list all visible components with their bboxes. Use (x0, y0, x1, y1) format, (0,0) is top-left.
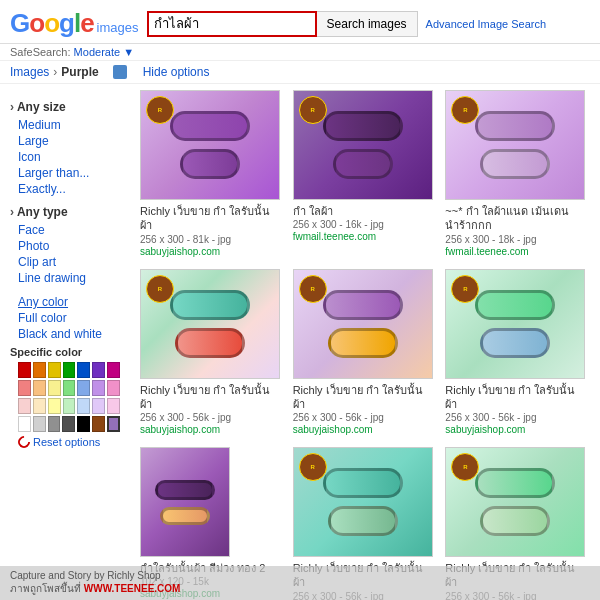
search-form: Search images (147, 11, 418, 37)
color-swatch-purple-pale[interactable] (92, 398, 105, 414)
color-swatch-white[interactable] (18, 416, 31, 432)
breadcrumb-separator: › (53, 65, 57, 79)
header: Google images Search images Advanced Ima… (0, 0, 600, 44)
breadcrumb-current: Purple (61, 65, 98, 79)
color-swatch-orange-pale[interactable] (33, 398, 46, 414)
color-swatch-black[interactable] (77, 416, 90, 432)
sidebar-full-color-link[interactable]: Full color (10, 310, 120, 326)
color-swatch-yellow-light[interactable] (48, 380, 61, 396)
size-section-title: Any size (10, 100, 120, 114)
color-swatch-brown[interactable] (92, 416, 105, 432)
color-swatch-blue-light[interactable] (77, 380, 90, 396)
band-shape (480, 149, 550, 179)
reset-options-label: Reset options (33, 436, 100, 448)
color-swatch-red[interactable] (18, 362, 31, 378)
color-swatch-blue[interactable] (77, 362, 90, 378)
sidebar-any-color-link[interactable]: Any color (10, 294, 120, 310)
result-meta: 256 x 300 - 56k - jpg (140, 411, 231, 424)
logo: Google images (10, 8, 139, 39)
advanced-image-search-link[interactable]: Advanced Image Search (426, 18, 546, 30)
breadcrumb: Images › Purple Hide options (0, 61, 600, 84)
band-shape-1 (170, 111, 250, 141)
sidebar-type-face[interactable]: Face (10, 222, 120, 238)
band-shape (323, 290, 403, 320)
color-swatch-green-light[interactable] (63, 380, 76, 396)
hide-options-link[interactable]: Hide options (143, 65, 210, 79)
color-row-1 (18, 362, 120, 378)
color-swatch-green-pale[interactable] (63, 398, 76, 414)
sidebar-size-large[interactable]: Large (10, 133, 120, 149)
color-palette (18, 362, 120, 432)
band-shape (480, 506, 550, 536)
result-thumbnail[interactable] (140, 447, 230, 557)
color-swatch-yellow[interactable] (48, 362, 61, 378)
richly-badge: R (451, 275, 479, 303)
result-thumbnail[interactable]: R (140, 269, 280, 379)
result-thumbnail[interactable]: R (445, 90, 585, 200)
color-swatch-red-pale[interactable] (18, 398, 31, 414)
safesearch-dropdown-icon[interactable]: ▼ (123, 46, 134, 58)
sidebar-bw-link[interactable]: Black and white (10, 326, 120, 342)
result-source: sabuyjaishop.com (140, 424, 220, 435)
color-swatch-gray-light[interactable] (33, 416, 46, 432)
results-grid: R Richly เว็บขาย กำ ใลรับนั้นผ้า 256 x 3… (140, 90, 590, 600)
richly-badge: R (299, 275, 327, 303)
color-swatch-gray-dark[interactable] (62, 416, 75, 432)
color-swatch-selected-purple[interactable] (107, 416, 120, 432)
color-row-3 (18, 398, 120, 414)
color-swatch-purple[interactable] (92, 362, 105, 378)
result-title: Richly เว็บขาย กำ ใลรับนั้นผ้า (445, 383, 585, 412)
breadcrumb-images-link[interactable]: Images (10, 65, 49, 79)
sidebar: Any size Medium Large Icon Larger than..… (0, 84, 130, 600)
search-input[interactable] (147, 11, 317, 37)
result-title: ~~* กำ ใลผ้าแนด เม้นเดน นำร้ากกก (445, 204, 585, 233)
band-shape-2 (180, 149, 240, 179)
color-swatch-blue-pale[interactable] (77, 398, 90, 414)
band-shape (480, 328, 550, 358)
result-title: Richly เว็บขาย กำ ใลรับนั้นผ้า (293, 383, 433, 412)
color-swatch-gray[interactable] (48, 416, 61, 432)
search-button[interactable]: Search images (317, 11, 418, 37)
band-shape (323, 111, 403, 141)
reset-options-link[interactable]: Reset options (18, 436, 120, 448)
color-swatch-pink-light[interactable] (107, 380, 120, 396)
result-source: sabuyjaishop.com (293, 424, 373, 435)
result-thumbnail[interactable]: R (293, 90, 433, 200)
result-thumbnail[interactable]: R (140, 90, 280, 200)
color-swatch-green[interactable] (63, 362, 76, 378)
color-swatch-yellow-pale[interactable] (48, 398, 61, 414)
color-swatch-purple-light[interactable] (92, 380, 105, 396)
result-item: R Richly เว็บขาย กำ ใลรับนั้นผ้า 256 x 3… (293, 269, 438, 436)
sidebar-size-larger-than[interactable]: Larger than... (10, 165, 120, 181)
sidebar-type-photo[interactable]: Photo (10, 238, 120, 254)
result-item: R Richly เว็บขาย กำ ใลรับนั้นผ้า 256 x 3… (445, 269, 590, 436)
sidebar-size-icon[interactable]: Icon (10, 149, 120, 165)
richly-badge: R (146, 96, 174, 124)
color-swatch-pink-pale[interactable] (107, 398, 120, 414)
result-thumbnail[interactable]: R (293, 447, 433, 557)
band-shape (328, 328, 398, 358)
images-logo-text: images (97, 20, 139, 35)
watermark-site: WWW.TEENEE.COM (84, 583, 181, 594)
color-swatch-pink-dark[interactable] (107, 362, 120, 378)
result-title: Richly เว็บขาย กำ ใลรับนั้นผ้า (140, 204, 280, 233)
specific-color-label: Specific color (10, 346, 120, 358)
google-logo: Google (10, 8, 94, 39)
result-thumbnail[interactable]: R (445, 447, 585, 557)
result-thumbnail[interactable]: R (293, 269, 433, 379)
color-swatch-orange-light[interactable] (33, 380, 46, 396)
sidebar-type-clipart[interactable]: Clip art (10, 254, 120, 270)
reset-icon (16, 434, 33, 451)
result-thumbnail[interactable]: R (445, 269, 585, 379)
safesearch-value-link[interactable]: Moderate (74, 46, 120, 58)
band-shape (160, 507, 210, 525)
color-swatch-red-light[interactable] (18, 380, 31, 396)
sidebar-size-medium[interactable]: Medium (10, 117, 120, 133)
results-area: R Richly เว็บขาย กำ ใลรับนั้นผ้า 256 x 3… (130, 84, 600, 600)
sidebar-type-linedrawing[interactable]: Line drawing (10, 270, 120, 286)
color-swatch-orange[interactable] (33, 362, 46, 378)
sidebar-size-exactly[interactable]: Exactly... (10, 181, 120, 197)
result-source: fwmail.teenee.com (445, 246, 528, 257)
richly-badge: R (299, 96, 327, 124)
watermark-line2: ภาพถูกโพสขึ้นที่ WWW.TEENEE.COM (10, 581, 590, 596)
